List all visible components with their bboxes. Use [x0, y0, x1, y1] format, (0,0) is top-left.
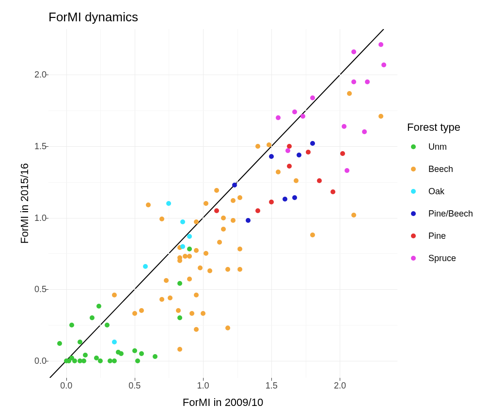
data-point — [57, 341, 62, 346]
legend-label: Oak — [428, 187, 444, 197]
data-point — [237, 267, 242, 272]
svg-line-0 — [50, 29, 384, 378]
y-tick-mark — [46, 146, 48, 147]
x-tick-label: 1.0 — [197, 381, 209, 391]
legend-swatch — [411, 233, 416, 238]
legend-swatch — [411, 211, 416, 216]
data-point — [204, 251, 208, 256]
data-point — [300, 114, 305, 119]
y-tick-label: 0.0 — [32, 356, 47, 366]
data-point — [180, 219, 185, 224]
legend-swatch-box — [407, 252, 420, 264]
legend-item: Beech — [407, 163, 494, 175]
data-point — [194, 327, 199, 332]
data-point — [177, 347, 182, 352]
data-point — [340, 151, 345, 156]
data-point — [310, 141, 315, 146]
x-tick-mark — [271, 378, 272, 381]
legend-swatch-box — [407, 230, 420, 242]
data-point — [180, 244, 185, 249]
data-point — [132, 311, 137, 316]
data-point — [112, 340, 117, 344]
legend-swatch-box — [407, 163, 420, 175]
data-point — [287, 164, 292, 169]
data-point — [198, 265, 203, 270]
data-point — [294, 178, 299, 183]
y-tick-mark — [46, 218, 48, 218]
data-point — [177, 255, 182, 260]
legend-swatch — [411, 256, 416, 261]
grid-line-minor — [48, 110, 397, 111]
plot-area — [48, 29, 397, 378]
data-point — [317, 178, 322, 183]
y-tick-label: 1.5 — [32, 141, 47, 151]
data-point — [69, 323, 74, 327]
chart-title: ForMI dynamics — [48, 10, 138, 25]
data-point — [159, 297, 164, 302]
data-point — [96, 304, 101, 309]
data-point — [217, 240, 222, 245]
data-point — [214, 208, 219, 213]
legend-item: Spruce — [407, 252, 494, 264]
data-point — [306, 150, 311, 155]
data-point — [231, 198, 236, 203]
grid-line — [48, 146, 397, 147]
data-point — [237, 247, 242, 251]
x-tick-label: 2.0 — [334, 381, 346, 391]
x-tick-label: 1.5 — [266, 381, 278, 391]
legend-label: Unm — [428, 142, 447, 152]
data-point — [255, 208, 260, 213]
x-tick-mark — [135, 378, 135, 381]
data-point — [231, 218, 236, 223]
grid-line-minor — [48, 253, 397, 254]
data-point — [132, 348, 137, 353]
data-point — [146, 202, 151, 207]
data-point — [285, 148, 290, 153]
grid-line-minor — [237, 29, 238, 378]
data-point — [83, 353, 88, 358]
data-point — [237, 195, 242, 200]
data-point — [214, 188, 219, 193]
grid-line-minor — [48, 325, 397, 326]
x-tick-label: 0.0 — [60, 381, 72, 391]
x-tick-mark — [340, 378, 340, 381]
data-point — [276, 170, 281, 174]
data-point — [225, 267, 230, 272]
data-point — [276, 115, 281, 120]
data-point — [267, 142, 271, 147]
data-point — [221, 216, 226, 220]
legend-label: Beech — [428, 164, 453, 174]
data-point — [194, 219, 199, 224]
data-point — [194, 293, 199, 297]
data-point — [221, 227, 226, 232]
data-point — [112, 358, 117, 363]
data-point — [176, 308, 181, 313]
y-tick-mark — [46, 361, 48, 361]
grid-line — [48, 289, 397, 290]
data-point — [310, 233, 315, 237]
data-point — [381, 62, 386, 67]
data-point — [351, 49, 356, 54]
legend-item: Pine/Beech — [407, 207, 494, 220]
data-point — [153, 354, 158, 359]
data-point — [378, 114, 383, 119]
data-point — [189, 311, 194, 316]
data-point — [139, 351, 144, 356]
data-point — [187, 277, 192, 281]
x-tick-mark — [203, 378, 204, 381]
data-point — [255, 144, 260, 149]
data-point — [269, 200, 274, 204]
grid-line — [135, 29, 135, 378]
data-point — [166, 201, 171, 206]
y-axis-label: ForMI in 2015/16 — [18, 29, 29, 378]
data-point — [81, 358, 86, 363]
x-tick-label: 0.5 — [128, 381, 141, 391]
legend-item: Oak — [407, 185, 494, 198]
grid-line — [340, 29, 340, 378]
data-point — [159, 217, 164, 221]
data-point — [365, 79, 370, 84]
data-point — [378, 42, 383, 47]
y-tick-label: 1.0 — [32, 213, 47, 223]
data-point — [119, 351, 124, 356]
grid-line — [66, 29, 67, 378]
